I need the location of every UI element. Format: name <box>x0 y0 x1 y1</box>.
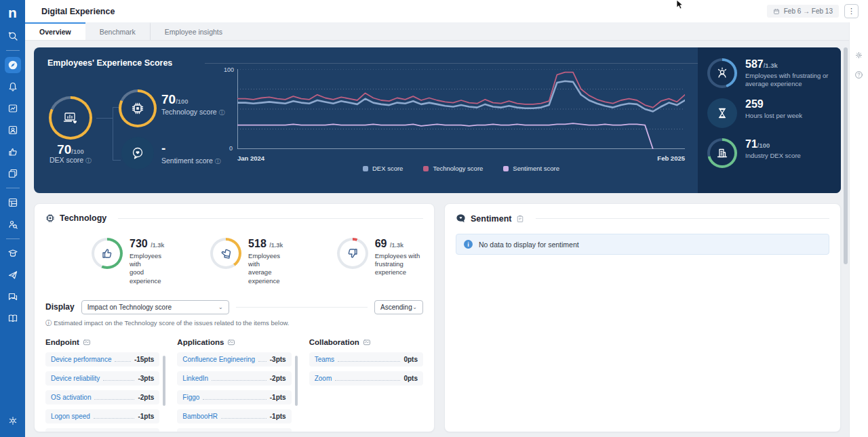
help-icon[interactable] <box>854 70 863 79</box>
alerts-bell-icon[interactable] <box>5 79 21 95</box>
investigate-icon[interactable] <box>5 216 21 232</box>
industry-building-icon <box>715 146 730 161</box>
dex-score-gauge <box>49 96 92 140</box>
good-experience-gauge <box>92 238 123 269</box>
sort-select[interactable]: Ascending⌄ <box>374 300 423 314</box>
nexthink-logo[interactable]: n <box>0 0 25 25</box>
y-axis-tick-min: 0 <box>229 145 233 152</box>
connector-line <box>113 160 121 161</box>
dex-score-label: DEX score ⓘ <box>35 156 106 165</box>
date-range-picker[interactable]: Feb 6 → Feb 13 <box>767 5 839 18</box>
more-options-button[interactable]: ⋮ <box>844 4 859 18</box>
impact-item[interactable]: Confluence Engineering-3pts <box>177 352 291 367</box>
speech-bubble-icon <box>456 213 466 224</box>
impact-info-note: ⓘ Estimated impact on the Technology sco… <box>45 319 423 328</box>
impact-item[interactable]: BambooHR-1pts <box>177 409 291 423</box>
section-title: Technology <box>60 213 106 223</box>
applications-icon[interactable] <box>5 194 21 211</box>
tab-bar: Overview Benchmark Employee insights <box>25 22 868 41</box>
stat-frustrating-experience: 69 /1.3k Employees withfrustrating exper… <box>337 238 423 285</box>
column-scrollbar[interactable] <box>163 356 165 406</box>
technology-section: Technology 730 /1.3k Employees withgo <box>34 203 435 432</box>
legend-dex-score[interactable]: DEX score <box>363 165 403 172</box>
impact-item[interactable]: Network quality-1pts <box>45 428 159 432</box>
panel-title: Employees' Experience Scores <box>47 58 172 68</box>
column-title: Collaboration <box>309 338 359 346</box>
column-title: Applications <box>177 338 224 346</box>
workforce-icon[interactable] <box>5 122 21 138</box>
date-range-label: Feb 6 → Feb 13 <box>784 7 833 15</box>
page-scrollbar-thumb[interactable] <box>844 47 848 264</box>
impact-item[interactable]: OS activation-2pts <box>45 390 159 404</box>
experience-trend-chart: 100 0 Jan 2024 Feb 2025 DEX score Techno… <box>237 69 685 172</box>
section-divider <box>118 218 423 219</box>
info-icon[interactable]: ⓘ <box>215 158 221 165</box>
score-card-icon <box>227 338 235 346</box>
impact-item[interactable]: Expensify-1pts <box>177 428 291 432</box>
heart-bubble-icon <box>130 146 145 161</box>
connector-line <box>113 107 119 108</box>
legend-technology-score[interactable]: Technology score <box>423 165 483 172</box>
impact-item[interactable]: Logon speed-1pts <box>45 409 159 423</box>
chip-icon <box>45 213 55 223</box>
info-icon: i <box>464 240 473 249</box>
collaboration-column: Collaboration Teams0pts Zoom0pts <box>309 338 423 432</box>
no-data-banner: i No data to display for sentiment <box>456 234 829 255</box>
widgets-gear-icon[interactable] <box>854 51 863 60</box>
x-axis-start-label: Jan 2024 <box>237 154 264 162</box>
chart-legend: DEX score Technology score Sentiment sco… <box>237 165 685 172</box>
thumb-up-icon <box>100 247 114 260</box>
feedback-icon[interactable] <box>5 289 21 305</box>
engage-icon[interactable] <box>5 144 21 160</box>
average-experience-gauge <box>210 238 241 269</box>
chip-icon <box>130 101 145 116</box>
chevron-down-icon: ⌄ <box>412 304 417 310</box>
kebab-menu-icon: ⋮ <box>848 7 855 16</box>
laptop-heart-icon <box>62 110 79 126</box>
launch-icon[interactable] <box>5 267 21 283</box>
tab-benchmark[interactable]: Benchmark <box>85 22 150 40</box>
survey-icon[interactable] <box>516 215 524 223</box>
title-divider <box>205 63 698 64</box>
info-icon[interactable]: ⓘ <box>85 157 92 164</box>
sidebar: n <box>0 0 25 437</box>
x-axis-end-label: Feb 2025 <box>657 154 685 162</box>
stat-frustrating-employees: 587/1.3k Employees with frustrating or a… <box>707 58 831 88</box>
section-divider <box>536 218 829 219</box>
industry-dex-gauge <box>707 138 737 168</box>
dex-score-value: 70/100 <box>35 142 106 157</box>
display-label: Display <box>45 302 75 312</box>
legend-swatch <box>363 166 368 171</box>
impact-item[interactable]: Device reliability-3pts <box>45 371 159 386</box>
stat-hours-lost: 259 Hours lost per week <box>707 98 831 128</box>
frustrated-person-icon <box>715 66 730 81</box>
library-icon[interactable] <box>5 310 21 327</box>
impact-item[interactable]: Teams0pts <box>309 352 423 367</box>
dex-overview-icon[interactable] <box>5 57 21 73</box>
learn-icon[interactable] <box>5 245 21 262</box>
dashboards-icon[interactable] <box>5 100 21 117</box>
impact-item[interactable]: Device performance-15pts <box>45 352 159 367</box>
tab-employee-insights[interactable]: Employee insights <box>150 22 237 40</box>
no-data-message: No data to display for sentiment <box>479 241 579 249</box>
calendar-icon <box>773 8 780 15</box>
campaigns-icon[interactable] <box>5 165 21 182</box>
impact-item[interactable]: LinkedIn-2pts <box>177 371 291 386</box>
settings-gear-icon[interactable] <box>5 413 21 429</box>
endpoint-column: Endpoint Device performance-15pts Device… <box>45 338 159 432</box>
metric-select[interactable]: Impact on Technology score⌄ <box>81 300 229 314</box>
impact-item[interactable]: Figgo-1pts <box>177 390 291 404</box>
tab-overview[interactable]: Overview <box>25 22 85 40</box>
info-icon[interactable]: ⓘ <box>219 109 225 116</box>
main-content: Employees' Experience Scores 70/100 DEX … <box>25 40 849 437</box>
experience-scores-panel: Employees' Experience Scores 70/100 DEX … <box>34 47 841 193</box>
score-card-icon <box>83 338 91 346</box>
right-rail <box>849 22 868 437</box>
frustrating-gauge <box>707 58 737 88</box>
hours-lost-badge <box>707 98 737 128</box>
impact-item[interactable]: Zoom0pts <box>309 371 423 386</box>
stat-industry-dex: 71/100 Industry DEX score <box>707 138 831 168</box>
legend-sentiment-score[interactable]: Sentiment score <box>503 165 559 172</box>
search-history-icon[interactable] <box>5 28 21 44</box>
column-scrollbar[interactable] <box>295 356 298 406</box>
